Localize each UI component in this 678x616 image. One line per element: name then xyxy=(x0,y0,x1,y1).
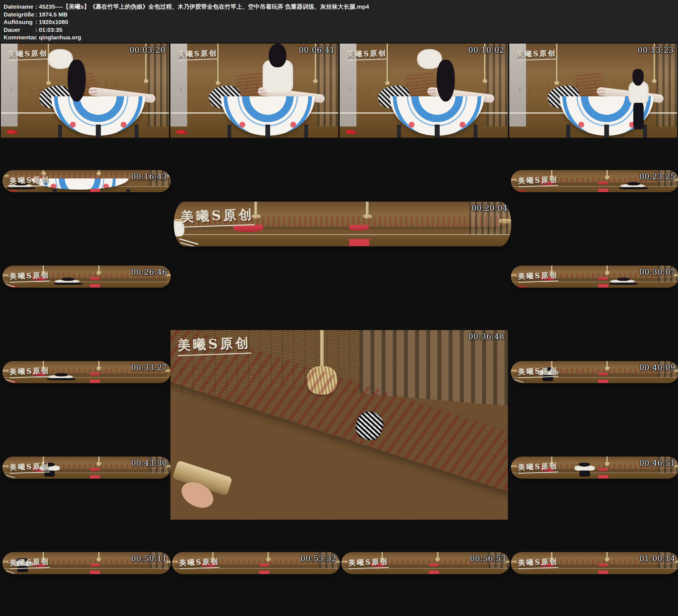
timestamp-badge: 00:30:07 xyxy=(639,268,676,276)
metadata-value-resolution: 1920x1080 xyxy=(39,18,678,26)
tatami-floor xyxy=(2,473,171,479)
video-thumbnail[interactable]: 美曦S原创00:56:53 xyxy=(341,552,510,574)
video-thumbnail[interactable]: 美曦S原创00:10:02 xyxy=(340,44,508,138)
timestamp-badge: 00:43:30 xyxy=(131,459,167,467)
person-figure xyxy=(608,277,638,285)
stand-legs xyxy=(53,189,130,192)
metadata-row: Auflösung : 1920x1080 xyxy=(4,18,678,26)
metadata-separator: : xyxy=(34,26,39,34)
timestamp-badge: 00:53:32 xyxy=(301,554,337,563)
video-thumbnail[interactable]: 美曦S原创00:16:43 xyxy=(2,170,171,192)
metadata-label: Auflösung xyxy=(4,18,34,26)
black-tights-legs xyxy=(47,378,76,380)
metadata-row: Dateiname : 45235----【美曦s】《裹在竹竿上的伪娘》全包过程… xyxy=(4,3,678,11)
timestamp-badge: 00:40:09 xyxy=(639,363,676,372)
watermark: 美曦S原创 xyxy=(518,462,558,474)
suspension-rope xyxy=(606,457,608,464)
watermark: 美曦S原创 xyxy=(9,366,50,378)
suspension-rope xyxy=(437,552,439,560)
watermark: 美曦S原创 xyxy=(9,462,50,474)
video-thumbnail[interactable]: 美曦S原创00:33:27 xyxy=(2,361,171,383)
suspension-rope xyxy=(255,202,257,217)
tatami-floor xyxy=(2,282,171,288)
timestamp-badge: 00:56:53 xyxy=(470,554,506,563)
metadata-separator: : xyxy=(34,3,39,11)
metadata-separator: : xyxy=(34,34,39,41)
video-thumbnail[interactable]: 美曦S原创00:53:32 xyxy=(172,552,340,574)
watermark: 美曦S原创 xyxy=(9,557,50,569)
suspension-rope xyxy=(43,170,44,174)
timestamp-badge: 00:36:48 xyxy=(468,332,504,341)
tatami-floor xyxy=(2,378,171,383)
watermark: 美曦S原创 xyxy=(8,49,48,61)
metadata-label: Dateigröße xyxy=(4,11,34,18)
timestamp-badge: 00:10:02 xyxy=(468,46,504,54)
suspension-rope xyxy=(98,457,100,464)
metadata-label: Dauer xyxy=(4,26,34,34)
watermark: 美曦S原创 xyxy=(181,206,254,228)
metadata-row: Kommentar : qinglanhua.org xyxy=(4,34,678,41)
red-floor-prop xyxy=(7,130,15,133)
tatami-floor xyxy=(511,282,678,288)
suspension-rope xyxy=(606,266,608,273)
person-figure xyxy=(263,44,293,95)
red-floor-prop xyxy=(517,286,525,287)
suspension-rope xyxy=(606,552,608,560)
watermark: 美曦S原创 xyxy=(177,334,251,356)
dark-hair xyxy=(62,277,75,281)
timestamp-badge: 00:23:25 xyxy=(639,172,676,181)
watermark: 美曦S原创 xyxy=(347,49,387,61)
tatami-floor xyxy=(174,235,511,246)
video-thumbnail[interactable]: 美曦S原创00:30:07 xyxy=(511,266,678,287)
curtain xyxy=(148,44,169,126)
video-thumbnail[interactable]: 美曦S原创00:23:25 xyxy=(511,170,678,192)
timestamp-badge: 01:00:14 xyxy=(639,554,676,563)
video-thumbnail[interactable]: 美曦S原创00:26:46 xyxy=(2,266,171,287)
black-tights-legs xyxy=(6,187,35,189)
video-thumbnail[interactable]: 美曦S原创00:03:20 xyxy=(1,44,169,138)
black-tights-legs xyxy=(619,187,648,189)
stand-legs xyxy=(227,124,308,138)
red-floor-prop xyxy=(517,190,525,191)
dark-hair xyxy=(68,60,86,102)
metadata-label: Dateiname xyxy=(4,3,34,11)
curtain xyxy=(487,44,507,126)
watermark: 美曦S原创 xyxy=(518,271,558,283)
timestamp-badge: 00:33:27 xyxy=(131,363,167,372)
video-thumbnail[interactable]: 美曦S原创00:40:09 xyxy=(511,361,678,383)
curtain xyxy=(317,44,338,126)
video-thumbnail[interactable]: 美曦S原创00:50:11 xyxy=(2,552,171,574)
black-tights-legs xyxy=(633,103,644,129)
suspension-rope xyxy=(606,361,608,369)
black-tights-legs xyxy=(53,282,83,285)
metadata-row: Dateigröße : 1874.5 MB xyxy=(4,11,678,18)
dark-hair xyxy=(269,44,286,67)
suspension-rope xyxy=(98,552,100,560)
person-figure xyxy=(629,69,649,129)
video-thumbnail[interactable]: 美曦S原创00:36:48 xyxy=(171,330,508,519)
timestamp-badge: 00:50:11 xyxy=(131,554,167,563)
red-floor-prop xyxy=(176,130,185,133)
watermark: 美曦S原创 xyxy=(179,557,219,569)
metadata-value-filename: 45235----【美曦s】《裹在竹竿上的伪娘》全包过程、木乃伊胶带全包在竹竿上… xyxy=(39,3,678,11)
video-thumbnail[interactable]: 美曦S原创00:20:04 xyxy=(174,202,511,246)
watermark: 美曦S原创 xyxy=(177,49,218,61)
timestamp-badge: 00:46:51 xyxy=(639,459,676,467)
dark-hair xyxy=(578,463,590,467)
video-thumbnail[interactable]: 美曦S原创00:06:41 xyxy=(171,44,339,138)
video-thumbnail[interactable]: 美曦S原创00:13:23 xyxy=(509,44,677,138)
suspension-rope xyxy=(366,202,369,217)
red-floor-prop xyxy=(346,130,354,133)
metadata-separator: : xyxy=(34,18,39,26)
video-thumbnail[interactable]: 美曦S原创01:00:14 xyxy=(511,552,678,574)
timestamp-badge: 00:16:43 xyxy=(131,172,167,181)
file-info-header: Dateiname : 45235----【美曦s】《裹在竹竿上的伪娘》全包过程… xyxy=(0,0,678,43)
suspension-rope xyxy=(387,44,388,83)
video-thumbnail[interactable]: 美曦S原创00:43:30 xyxy=(2,457,171,478)
timestamp-badge: 00:26:46 xyxy=(131,268,167,276)
suspension-rope xyxy=(268,552,269,560)
watermark: 美曦S原创 xyxy=(9,175,50,187)
thumbnail-grid: 美曦S原创00:03:20美曦S原创00:06:41美曦S原创00:10:02美… xyxy=(0,43,678,616)
metadata-separator: : xyxy=(34,11,39,18)
video-thumbnail[interactable]: 美曦S原创00:46:51 xyxy=(511,457,678,478)
